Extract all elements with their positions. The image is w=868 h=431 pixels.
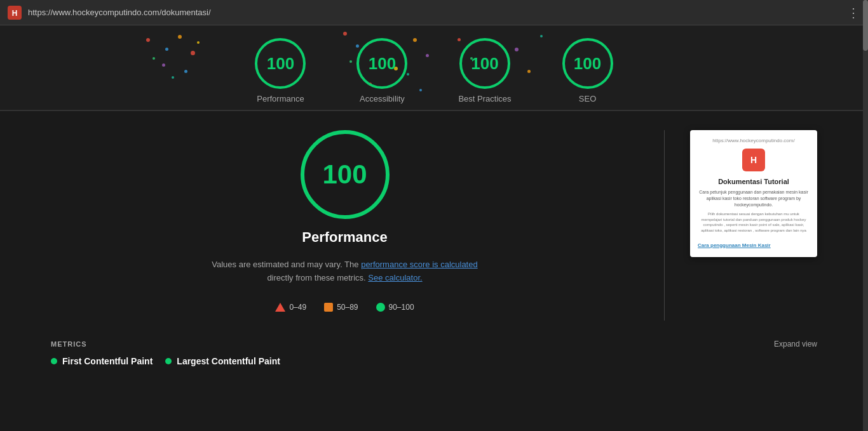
score-circle-performance: 100 [255, 38, 306, 89]
big-score-title: Performance [302, 229, 388, 246]
browser-menu-icon[interactable]: ⋮ [847, 5, 860, 20]
metric-name-lcp: Largest Contentful Paint [177, 356, 280, 366]
preview-card: https://www.hockeycomputindo.com/ H Doku… [690, 130, 817, 257]
legend: 0–49 50–89 90–100 [275, 303, 414, 312]
score-item-best-practices: 100 Best Practices [458, 38, 511, 103]
score-item-seo: 100 SEO [562, 38, 613, 103]
preview-url: https://www.hockeycomputindo.com/ [698, 138, 810, 143]
score-label-seo: SEO [579, 94, 596, 103]
metric-name-fcp: First Contentful Paint [62, 356, 153, 366]
score-label-best-practices: Best Practices [458, 94, 511, 103]
score-item-accessibility: 100 Accessibility [356, 38, 407, 103]
metric-item-lcp: Largest Contentful Paint [165, 356, 280, 366]
expand-view-button[interactable]: Expand view [774, 340, 817, 348]
vertical-divider [664, 130, 665, 321]
score-label-performance: Performance [257, 94, 304, 103]
browser-url: https://www.hockeycomputindo.com/dokumen… [28, 8, 841, 17]
score-circle-seo: 100 [562, 38, 613, 89]
metric-dot-lcp [165, 358, 172, 364]
main-content: 100 Performance Values are estimated and… [0, 111, 868, 340]
scores-section: 100 Performance 100 Accessibility 100 Be… [0, 25, 868, 110]
preview-logo: H [742, 149, 765, 171]
score-label-accessibility: Accessibility [360, 94, 405, 103]
legend-item-red: 0–49 [275, 303, 306, 312]
metrics-title: METRICS [51, 340, 87, 348]
orange-square-icon [324, 303, 333, 312]
browser-bar: H https://www.hockeycomputindo.com/dokum… [0, 0, 868, 25]
preview-title: Dokumentasi Tutorial [698, 178, 810, 185]
calculator-link[interactable]: See calculator. [368, 273, 422, 282]
red-triangle-icon [275, 303, 285, 312]
preview-body: Cara petunjuk penggunaan dan pemakaian m… [698, 189, 810, 208]
score-circle-best-practices: 100 [459, 38, 510, 89]
legend-item-orange: 50–89 [324, 303, 358, 312]
scrollbar[interactable] [863, 0, 868, 431]
browser-icon: H [8, 6, 22, 20]
score-circle-accessibility: 100 [356, 38, 407, 89]
confetti-area [0, 25, 868, 110]
performance-panel: 100 Performance Values are estimated and… [51, 130, 639, 312]
metrics-header: METRICS Expand view [51, 340, 817, 348]
perf-description: Values are estimated and may vary. The p… [199, 258, 491, 285]
preview-body2: Pilih dokumentasi sesuai dengan kebutuha… [698, 211, 810, 233]
preview-link[interactable]: Cara penggunaan Mesin Kasir [698, 242, 771, 248]
green-circle-icon [376, 303, 385, 312]
svg-text:H: H [12, 8, 18, 17]
preview-panel: https://www.hockeycomputindo.com/ H Doku… [690, 130, 817, 257]
metric-item-fcp: First Contentful Paint [51, 356, 153, 366]
metric-dot-fcp [51, 358, 57, 364]
big-score-circle: 100 [301, 130, 390, 219]
perf-score-link[interactable]: performance score is calculated [361, 260, 478, 269]
metrics-section: METRICS Expand view First Contentful Pai… [0, 340, 868, 379]
legend-item-green: 90–100 [376, 303, 414, 312]
metrics-row: First Contentful Paint Largest Contentfu… [51, 356, 817, 366]
score-item-performance: 100 Performance [255, 38, 306, 103]
scrollbar-thumb[interactable] [863, 0, 868, 51]
